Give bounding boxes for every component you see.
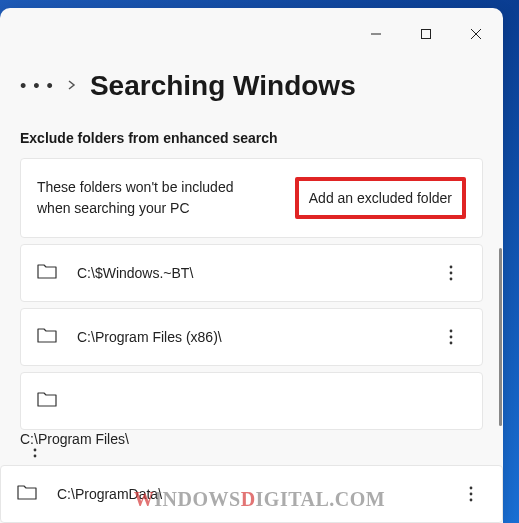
breadcrumb: • • • Searching Windows — [20, 70, 483, 102]
svg-point-11 — [34, 455, 37, 458]
content-area: • • • Searching Windows Exclude folders … — [0, 52, 503, 459]
svg-point-6 — [450, 278, 453, 281]
svg-point-10 — [34, 449, 37, 452]
watermark: WINDOWSDIGITAL.COM — [134, 488, 385, 511]
window-titlebar — [0, 8, 503, 52]
folder-options-button[interactable] — [436, 265, 466, 281]
svg-point-13 — [470, 487, 473, 490]
excluded-folder-row[interactable]: C:\Program Files (x86)\ — [20, 308, 483, 366]
add-excluded-folder-button[interactable]: Add an excluded folder — [309, 190, 452, 206]
folder-options-button[interactable] — [456, 486, 486, 502]
maximize-button[interactable] — [403, 16, 449, 52]
folder-icon — [17, 484, 37, 504]
section-heading: Exclude folders from enhanced search — [20, 130, 483, 146]
close-button[interactable] — [453, 16, 499, 52]
folder-icon — [37, 263, 57, 283]
folder-options-button[interactable] — [436, 329, 466, 345]
excluded-folder-row[interactable] — [20, 372, 483, 430]
settings-window: • • • Searching Windows Exclude folders … — [0, 8, 503, 523]
folder-options-button[interactable] — [20, 448, 50, 459]
svg-point-14 — [470, 493, 473, 496]
svg-point-4 — [450, 266, 453, 269]
scrollbar-thumb[interactable] — [499, 248, 502, 426]
exclude-description: These folders won't be included when sea… — [37, 177, 247, 219]
folder-path: C:\$Windows.~BT\ — [77, 265, 416, 281]
excluded-folder-row[interactable]: C:\$Windows.~BT\ — [20, 244, 483, 302]
svg-point-15 — [470, 499, 473, 502]
breadcrumb-back-button[interactable]: • • • — [20, 76, 54, 97]
folder-path: C:\Program Files\ — [20, 431, 129, 447]
svg-point-8 — [450, 336, 453, 339]
folder-icon — [37, 327, 57, 347]
svg-point-5 — [450, 272, 453, 275]
folder-icon — [37, 391, 57, 411]
exclude-header-card: These folders won't be included when sea… — [20, 158, 483, 238]
close-icon — [471, 29, 481, 39]
maximize-icon — [421, 29, 431, 39]
kebab-icon — [33, 448, 37, 459]
kebab-icon — [449, 265, 453, 281]
highlight-annotation: Add an excluded folder — [295, 177, 466, 219]
svg-point-9 — [450, 342, 453, 345]
minimize-button[interactable] — [353, 16, 399, 52]
svg-rect-1 — [422, 30, 431, 39]
folder-path: C:\Program Files (x86)\ — [77, 329, 416, 345]
svg-point-7 — [450, 330, 453, 333]
kebab-icon — [449, 329, 453, 345]
kebab-icon — [469, 486, 473, 502]
minimize-icon — [371, 29, 381, 39]
chevron-right-icon — [68, 79, 76, 93]
page-title: Searching Windows — [90, 70, 356, 102]
